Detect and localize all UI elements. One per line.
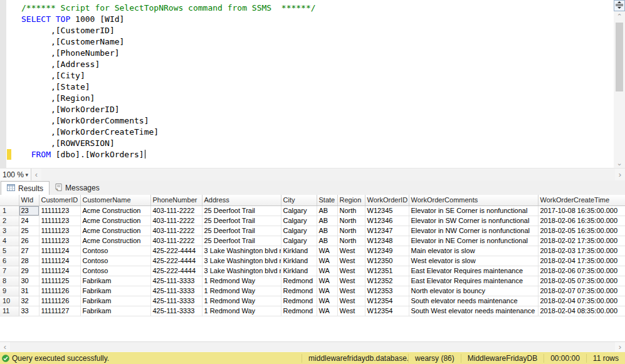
grid-cell[interactable]: WA bbox=[317, 286, 337, 296]
grid-cell[interactable]: Acme Construction bbox=[80, 216, 150, 226]
grid-cell[interactable]: West bbox=[337, 306, 365, 316]
grid-cell[interactable]: West bbox=[337, 286, 365, 296]
grid-cell[interactable]: 403-111-2222 bbox=[150, 205, 202, 216]
row-number[interactable]: 2 bbox=[0, 216, 19, 226]
grid-cell[interactable]: 28 bbox=[19, 256, 39, 266]
grid-cell[interactable]: WA bbox=[317, 246, 337, 256]
grid-cell[interactable]: 425-222-4444 bbox=[150, 246, 202, 256]
grid-cell[interactable]: 11111127 bbox=[39, 306, 80, 316]
code-line[interactable]: ,[Region] bbox=[21, 93, 316, 104]
grid-cell[interactable]: WA bbox=[317, 296, 337, 306]
grid-cell[interactable]: W12345 bbox=[365, 205, 409, 216]
grid-cell[interactable]: Calgary bbox=[281, 226, 317, 236]
column-header[interactable]: Region bbox=[337, 195, 365, 205]
code-line[interactable]: FROM [dbo].[WorkOrders] bbox=[21, 149, 316, 160]
grid-cell[interactable]: 11111126 bbox=[39, 286, 80, 296]
grid-cell[interactable]: Elevator in SW Corner is nonfunctional bbox=[409, 216, 538, 226]
grid-cell[interactable]: Acme Construction bbox=[80, 205, 150, 216]
grid-cell[interactable]: Acme Construction bbox=[80, 236, 150, 246]
grid-cell[interactable]: 2018-02-04 08:35:00.000 bbox=[538, 306, 625, 316]
column-header[interactable]: State bbox=[317, 195, 337, 205]
editor-vertical-scrollbar[interactable]: ⌃ ⌄ bbox=[614, 0, 625, 168]
grid-cell[interactable]: 25 Deerfoot Trail bbox=[202, 216, 281, 226]
grid-cell[interactable]: W12346 bbox=[365, 216, 409, 226]
grid-cell[interactable]: 2018-02-06 07:35:00.000 bbox=[538, 266, 625, 276]
column-header[interactable]: WorkOrderCreateTime bbox=[538, 195, 625, 205]
column-header[interactable]: PhoneNumber bbox=[150, 195, 202, 205]
grid-cell[interactable]: North bbox=[337, 205, 365, 216]
grid-cell[interactable]: 2018-02-05 07:35:00.000 bbox=[538, 276, 625, 286]
grid-cell[interactable]: Redmond bbox=[281, 276, 317, 286]
scrollbar-track[interactable] bbox=[10, 342, 615, 351]
grid-cell[interactable]: 33 bbox=[19, 306, 39, 316]
grid-cell[interactable]: South West elevator needs maintenance bbox=[409, 306, 538, 316]
grid-cell[interactable]: 2018-02-05 16:35:00.000 bbox=[538, 226, 625, 236]
code-line[interactable]: ,[CustomerID] bbox=[21, 25, 316, 36]
grid-cell[interactable]: 2018-02-03 17:35:00.000 bbox=[538, 246, 625, 256]
grid-cell[interactable]: WA bbox=[317, 276, 337, 286]
grid-cell[interactable]: 11111123 bbox=[39, 236, 80, 246]
grid-cell[interactable]: W12354 bbox=[365, 306, 409, 316]
splitter-handle[interactable] bbox=[614, 0, 625, 11]
grid-cell[interactable]: 30 bbox=[19, 276, 39, 286]
grid-cell[interactable]: WA bbox=[317, 266, 337, 276]
grid-cell[interactable]: 11111124 bbox=[39, 256, 80, 266]
grid-cell[interactable]: W12350 bbox=[365, 256, 409, 266]
row-number[interactable]: 4 bbox=[0, 236, 19, 246]
grid-cell[interactable]: 2018-02-02 17:35:00.000 bbox=[538, 236, 625, 246]
row-number[interactable]: 7 bbox=[0, 266, 19, 276]
scroll-right-icon[interactable]: › bbox=[615, 169, 625, 180]
tab-results[interactable]: Results bbox=[1, 181, 50, 195]
grid-cell[interactable]: North elevator is bouncy bbox=[409, 286, 538, 296]
code-line[interactable]: SELECT TOP 1000 [WId] bbox=[21, 14, 316, 25]
grid-cell[interactable]: 2018-02-04 17:35:00.000 bbox=[538, 256, 625, 266]
grid-cell[interactable]: 425-222-4444 bbox=[150, 256, 202, 266]
grid-cell[interactable]: 3 Lake Washington blvd ne bbox=[202, 246, 281, 256]
grid-cell[interactable]: W12354 bbox=[365, 296, 409, 306]
column-header[interactable]: CustomerID bbox=[39, 195, 80, 205]
tab-messages[interactable]: Messages bbox=[50, 181, 105, 195]
grid-cell[interactable]: 2018-02-04 07:35:00.000 bbox=[538, 296, 625, 306]
grid-cell[interactable]: 403-111-2222 bbox=[150, 226, 202, 236]
code-line[interactable]: ,[Address] bbox=[21, 59, 316, 70]
grid-corner-header[interactable] bbox=[0, 195, 19, 205]
grid-cell[interactable]: WA bbox=[317, 306, 337, 316]
grid-cell[interactable]: 1 Redmond Way bbox=[202, 296, 281, 306]
scroll-down-icon[interactable]: ⌄ bbox=[614, 158, 625, 168]
code-line[interactable]: ,[City] bbox=[21, 70, 316, 81]
grid-cell[interactable]: 25 Deerfoot Trail bbox=[202, 205, 281, 216]
grid-cell[interactable]: Calgary bbox=[281, 205, 317, 216]
sql-code[interactable]: /****** Script for SelectTopNRows comman… bbox=[21, 3, 316, 160]
grid-cell[interactable]: W12347 bbox=[365, 226, 409, 236]
code-line[interactable]: ,[ROWVERSION] bbox=[21, 138, 316, 149]
row-number[interactable]: 10 bbox=[0, 296, 19, 306]
grid-cell[interactable]: Elevator in NW Corner is nonfunctional bbox=[409, 226, 538, 236]
grid-cell[interactable]: Redmond bbox=[281, 306, 317, 316]
column-header[interactable]: Address bbox=[202, 195, 281, 205]
grid-cell[interactable]: 25 Deerfoot Trail bbox=[202, 226, 281, 236]
grid-cell[interactable]: Fabrikam bbox=[80, 306, 150, 316]
column-header[interactable]: City bbox=[281, 195, 317, 205]
grid-cell[interactable]: AB bbox=[317, 226, 337, 236]
grid-cell[interactable]: 403-111-2222 bbox=[150, 236, 202, 246]
grid-cell[interactable]: Main elevator is slow bbox=[409, 246, 538, 256]
grid-cell[interactable]: 3 Lake Washington blvd ne bbox=[202, 256, 281, 266]
row-number[interactable]: 6 bbox=[0, 256, 19, 266]
grid-cell[interactable]: 2018-02-06 16:35:00.000 bbox=[538, 216, 625, 226]
grid-cell[interactable]: 25 bbox=[19, 226, 39, 236]
code-line[interactable]: ,[CustomerName] bbox=[21, 36, 316, 48]
grid-cell[interactable]: 425-222-4444 bbox=[150, 266, 202, 276]
code-line[interactable]: ,[WorkOrderCreateTime] bbox=[21, 127, 316, 138]
column-header[interactable]: WorkOrderID bbox=[365, 195, 409, 205]
grid-cell[interactable]: Contoso bbox=[80, 246, 150, 256]
row-number[interactable]: 3 bbox=[0, 226, 19, 236]
grid-cell[interactable]: East Elevator Requires maintenance bbox=[409, 276, 538, 286]
grid-cell[interactable]: 31 bbox=[19, 286, 39, 296]
grid-cell[interactable]: West elevator is slow bbox=[409, 256, 538, 266]
grid-cell[interactable]: West bbox=[337, 246, 365, 256]
grid-cell[interactable]: W12349 bbox=[365, 246, 409, 256]
grid-cell[interactable]: 1 Redmond Way bbox=[202, 286, 281, 296]
grid-cell[interactable]: Fabrikam bbox=[80, 286, 150, 296]
scrollbar-thumb[interactable] bbox=[616, 23, 623, 91]
scroll-left-icon[interactable]: ‹ bbox=[31, 169, 41, 180]
